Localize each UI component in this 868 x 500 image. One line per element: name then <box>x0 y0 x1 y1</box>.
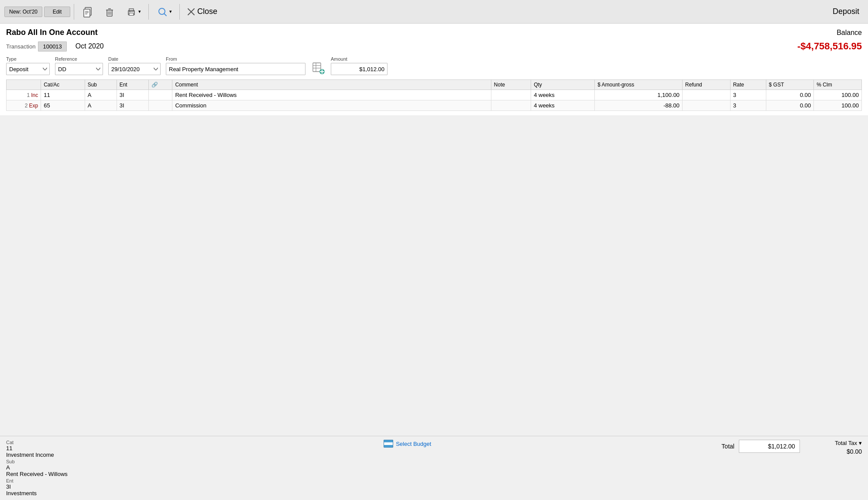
transactions-table: Cat/Ac Sub Ent 🔗 Comment Note Qty $ Amou… <box>6 79 862 111</box>
date-field-group: Date 29/10/2020 <box>108 56 161 75</box>
col-comment: Comment <box>172 80 491 90</box>
search-icon <box>156 6 168 18</box>
transaction-id: 100013 <box>38 41 66 52</box>
transaction-label: Transaction <box>6 43 35 50</box>
cell-comment: Rent Received - Willows <box>172 90 491 100</box>
cell-sub: A <box>85 100 117 111</box>
close-icon <box>187 8 195 16</box>
row-num: 2Exp <box>7 100 41 111</box>
balance-label: Balance <box>837 29 862 37</box>
edit-button[interactable]: Edit <box>44 7 70 17</box>
col-amount-gross: $ Amount-gross <box>595 80 683 90</box>
print-dropdown-arrow: ▾ <box>138 9 141 14</box>
separator-1 <box>74 4 74 20</box>
delete-button[interactable] <box>99 3 120 20</box>
cell-note <box>491 90 531 100</box>
type-field-group: Type Deposit <box>6 56 50 75</box>
cell-rate: 3 <box>730 90 766 100</box>
svg-rect-19 <box>313 63 321 72</box>
fields-row: Type Deposit Reference DD Date 29/10/202… <box>6 56 862 75</box>
spreadsheet-add-icon <box>312 61 325 74</box>
svg-rect-1 <box>84 9 90 17</box>
cell-comment: Commission <box>172 100 491 111</box>
amount-field-group: Amount <box>331 56 388 75</box>
cell-note <box>491 100 531 111</box>
col-note: Note <box>491 80 531 90</box>
separator-2 <box>148 4 149 20</box>
type-select[interactable]: Deposit <box>6 63 50 75</box>
trash-icon <box>103 6 116 18</box>
add-spreadsheet-button[interactable] <box>311 60 326 75</box>
col-qty: Qty <box>531 80 595 90</box>
period-label: Oct 2020 <box>75 42 104 50</box>
col-gst: $ GST <box>766 80 814 90</box>
table-row[interactable]: 1Inc 11 A 3I Rent Received - Willows 4 w… <box>7 90 862 100</box>
cell-clm: 100.00 <box>814 100 862 111</box>
cell-amount-gross: 1,100.00 <box>595 90 683 100</box>
from-field-group: From <box>166 56 305 75</box>
date-select[interactable]: 29/10/2020 <box>108 63 161 75</box>
new-button-label: New: Oct'20 <box>9 9 38 15</box>
cell-gst: 0.00 <box>766 100 814 111</box>
account-name: Rabo All In One Account <box>6 28 98 37</box>
copy-paste-button[interactable] <box>78 3 98 20</box>
svg-rect-12 <box>129 9 134 11</box>
cell-ent: 3I <box>117 100 148 111</box>
balance-amount: -$4,758,516.95 <box>797 41 862 52</box>
from-input[interactable] <box>166 63 305 75</box>
cell-qty: 4 weeks <box>531 90 595 100</box>
cell-amount-gross: -88.00 <box>595 100 683 111</box>
cell-cat: 65 <box>41 100 85 111</box>
cell-rate: 3 <box>730 100 766 111</box>
col-clm: % Clm <box>814 80 862 90</box>
account-header: Rabo All In One Account Balance <box>6 28 862 37</box>
print-icon <box>125 6 137 18</box>
table-row[interactable]: 2Exp 65 A 3I Commission 4 weeks -88.00 3… <box>7 100 862 111</box>
cell-refund <box>683 90 731 100</box>
col-cat: Cat/Ac <box>41 80 85 90</box>
col-sub: Sub <box>85 80 117 90</box>
close-label: Close <box>197 7 217 16</box>
main-content: Rabo All In One Account Balance Transact… <box>0 24 868 115</box>
print-button[interactable]: ▾ <box>121 3 145 20</box>
col-link: 🔗 <box>148 80 172 90</box>
cell-gst: 0.00 <box>766 90 814 100</box>
amount-label: Amount <box>331 56 388 62</box>
col-refund: Refund <box>683 80 731 90</box>
col-rate: Rate <box>730 80 766 90</box>
cell-qty: 4 weeks <box>531 100 595 111</box>
cell-link <box>148 90 172 100</box>
search-dropdown-arrow: ▾ <box>169 9 172 14</box>
reference-label: Reference <box>55 56 103 62</box>
reference-select[interactable]: DD <box>55 63 103 75</box>
cell-cat: 11 <box>41 90 85 100</box>
search-button[interactable]: ▾ <box>152 3 176 20</box>
type-label: Type <box>6 56 50 62</box>
close-button[interactable]: Close <box>183 5 221 18</box>
cell-refund <box>683 100 731 111</box>
copy-icon <box>82 6 94 18</box>
new-button[interactable]: New: Oct'20 <box>4 7 42 17</box>
cell-clm: 100.00 <box>814 90 862 100</box>
svg-point-14 <box>129 11 130 12</box>
svg-rect-13 <box>129 13 134 15</box>
row-num: 1Inc <box>7 90 41 100</box>
edit-button-label: Edit <box>53 9 62 15</box>
toolbar: New: Oct'20 Edit <box>0 0 868 24</box>
col-rownum <box>7 80 41 90</box>
transaction-bar: Transaction 100013 Oct 2020 -$4,758,516.… <box>6 41 862 52</box>
toolbar-title: Deposit <box>833 7 859 16</box>
col-ent: Ent <box>117 80 148 90</box>
from-label: From <box>166 56 305 62</box>
reference-field-group: Reference DD <box>55 56 103 75</box>
cell-sub: A <box>85 90 117 100</box>
cell-ent: 3I <box>117 90 148 100</box>
svg-line-16 <box>164 14 166 16</box>
cell-link <box>148 100 172 111</box>
date-label: Date <box>108 56 161 62</box>
amount-input[interactable] <box>331 63 388 75</box>
separator-3 <box>179 4 180 20</box>
